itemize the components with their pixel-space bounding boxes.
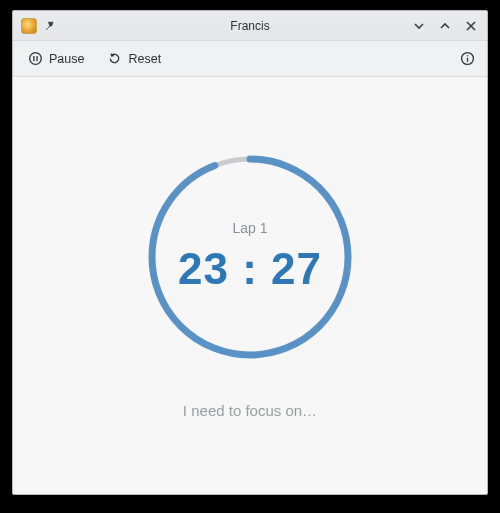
focus-placeholder[interactable]: I need to focus on…: [183, 402, 317, 419]
info-icon: [460, 51, 475, 66]
pause-icon: [27, 51, 43, 67]
maximize-button[interactable]: [437, 18, 453, 34]
toolbar: Pause Reset: [13, 41, 487, 77]
svg-point-7: [152, 159, 348, 355]
minimize-button[interactable]: [411, 18, 427, 34]
svg-point-4: [466, 55, 468, 57]
pause-button[interactable]: Pause: [23, 47, 88, 71]
pin-icon[interactable]: [43, 19, 57, 33]
reset-label: Reset: [128, 52, 161, 66]
close-button[interactable]: [463, 18, 479, 34]
reset-icon: [106, 51, 122, 67]
pause-label: Pause: [49, 52, 84, 66]
reset-button[interactable]: Reset: [102, 47, 165, 71]
app-icon: [21, 18, 37, 34]
timer-area: Lap 1 23 : 27 I need to focus on…: [13, 77, 487, 494]
about-button[interactable]: [457, 49, 477, 69]
svg-point-0: [29, 53, 41, 65]
titlebar[interactable]: Francis: [13, 11, 487, 41]
progress-ring: Lap 1 23 : 27: [145, 152, 355, 362]
app-window: Francis Pause: [12, 10, 488, 495]
